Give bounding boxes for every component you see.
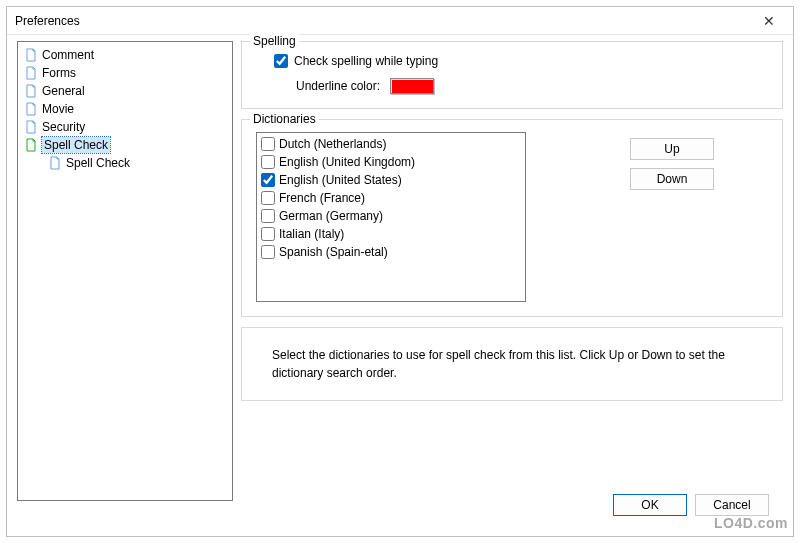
dictionary-item[interactable]: Italian (Italy) bbox=[259, 225, 523, 243]
tree-item-comment[interactable]: Comment bbox=[20, 46, 230, 64]
dictionary-item[interactable]: English (United States) bbox=[259, 171, 523, 189]
tree-item-label: Security bbox=[42, 119, 85, 135]
dictionary-order-buttons: Up Down bbox=[630, 132, 714, 302]
content-area: CommentFormsGeneralMovieSecuritySpell Ch… bbox=[7, 35, 793, 536]
hint-text: Select the dictionaries to use for spell… bbox=[272, 348, 725, 380]
dictionary-item[interactable]: French (France) bbox=[259, 189, 523, 207]
close-icon: ✕ bbox=[763, 13, 775, 29]
page-icon bbox=[24, 48, 38, 62]
dictionary-label: French (France) bbox=[279, 190, 365, 206]
tree-item-label: Spell Check bbox=[66, 155, 130, 171]
tree-item-movie[interactable]: Movie bbox=[20, 100, 230, 118]
dictionary-item[interactable]: English (United Kingdom) bbox=[259, 153, 523, 171]
preferences-window: Preferences ✕ CommentFormsGeneralMovieSe… bbox=[6, 6, 794, 537]
dictionary-checkbox[interactable] bbox=[261, 227, 275, 241]
tree-item-general[interactable]: General bbox=[20, 82, 230, 100]
titlebar: Preferences ✕ bbox=[7, 7, 793, 35]
page-icon bbox=[24, 66, 38, 80]
tree-item-spell-check[interactable]: Spell Check bbox=[20, 136, 230, 154]
dictionary-checkbox[interactable] bbox=[261, 155, 275, 169]
tree-item-security[interactable]: Security bbox=[20, 118, 230, 136]
dictionary-label: Spanish (Spain-etal) bbox=[279, 244, 388, 260]
underline-color-row: Underline color: bbox=[296, 78, 768, 94]
dictionary-label: German (Germany) bbox=[279, 208, 383, 224]
dictionary-checkbox[interactable] bbox=[261, 245, 275, 259]
move-up-button[interactable]: Up bbox=[630, 138, 714, 160]
tree-item-label: Spell Check bbox=[42, 137, 110, 153]
tree-item-label: Comment bbox=[42, 47, 94, 63]
dictionaries-legend: Dictionaries bbox=[250, 112, 319, 126]
tree-item-forms[interactable]: Forms bbox=[20, 64, 230, 82]
dictionary-item[interactable]: German (Germany) bbox=[259, 207, 523, 225]
page-icon bbox=[48, 156, 62, 170]
underline-color-label: Underline color: bbox=[296, 79, 380, 93]
dictionaries-area: Dutch (Netherlands)English (United Kingd… bbox=[256, 132, 768, 302]
dictionary-checkbox[interactable] bbox=[261, 191, 275, 205]
category-tree[interactable]: CommentFormsGeneralMovieSecuritySpell Ch… bbox=[17, 41, 233, 501]
window-title: Preferences bbox=[15, 14, 80, 28]
dictionary-item[interactable]: Dutch (Netherlands) bbox=[259, 135, 523, 153]
dictionary-label: Italian (Italy) bbox=[279, 226, 344, 242]
dictionary-checkbox[interactable] bbox=[261, 137, 275, 151]
window-close-button[interactable]: ✕ bbox=[753, 10, 785, 32]
dictionary-label: English (United States) bbox=[279, 172, 402, 188]
tree-item-label: Movie bbox=[42, 101, 74, 117]
settings-panel: Spelling Check spelling while typing Und… bbox=[241, 41, 783, 526]
dictionary-label: English (United Kingdom) bbox=[279, 154, 415, 170]
page-icon bbox=[24, 120, 38, 134]
move-down-button[interactable]: Down bbox=[630, 168, 714, 190]
page-icon bbox=[24, 138, 38, 152]
tree-item-label: General bbox=[42, 83, 85, 99]
ok-button[interactable]: OK bbox=[613, 494, 687, 516]
dictionary-label: Dutch (Netherlands) bbox=[279, 136, 386, 152]
spelling-legend: Spelling bbox=[250, 34, 299, 48]
check-while-typing-row: Check spelling while typing bbox=[274, 54, 768, 68]
check-spelling-while-typing-checkbox[interactable] bbox=[274, 54, 288, 68]
dialog-footer: OK Cancel bbox=[241, 490, 783, 526]
underline-color-picker[interactable] bbox=[390, 78, 434, 94]
tree-item-label: Forms bbox=[42, 65, 76, 81]
tree-item-spell-check-child[interactable]: Spell Check bbox=[20, 154, 230, 172]
check-spelling-while-typing-label[interactable]: Check spelling while typing bbox=[294, 54, 438, 68]
page-icon bbox=[24, 84, 38, 98]
dictionary-item[interactable]: Spanish (Spain-etal) bbox=[259, 243, 523, 261]
dictionary-checkbox[interactable] bbox=[261, 209, 275, 223]
page-icon bbox=[24, 102, 38, 116]
spelling-group: Spelling Check spelling while typing Und… bbox=[241, 41, 783, 109]
dictionary-checkbox[interactable] bbox=[261, 173, 275, 187]
hint-panel: Select the dictionaries to use for spell… bbox=[241, 327, 783, 401]
dictionaries-group: Dictionaries Dutch (Netherlands)English … bbox=[241, 119, 783, 317]
dictionary-list[interactable]: Dutch (Netherlands)English (United Kingd… bbox=[256, 132, 526, 302]
cancel-button[interactable]: Cancel bbox=[695, 494, 769, 516]
